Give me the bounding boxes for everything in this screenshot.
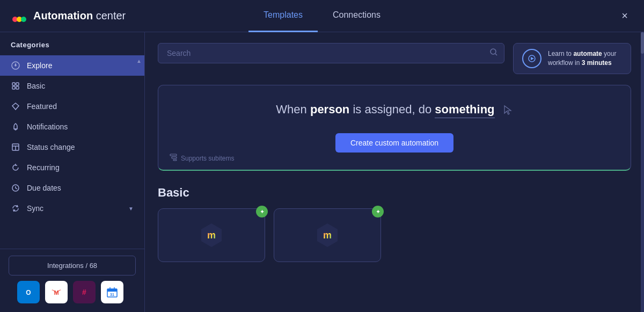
right-scrollbar-thumb [641, 32, 644, 54]
automation-sentence: When person is assigned, do something [276, 103, 513, 118]
bell-icon [11, 122, 20, 132]
sidebar-item-featured[interactable]: Featured [0, 96, 144, 117]
svg-rect-7 [12, 86, 15, 89]
refresh-icon [11, 163, 20, 172]
sidebar-bottom: Integrations / 68 O M [0, 249, 144, 312]
categories-label: Categories [0, 41, 144, 55]
supports-subitems: Supports subitems [169, 153, 234, 163]
card-badge-1: ✦ [256, 206, 268, 217]
search-input[interactable] [158, 43, 504, 63]
main-content: Learn to automate yourworkflow in 3 minu… [145, 32, 644, 312]
card-logo-hex-2: m [316, 223, 339, 247]
sync-icon [11, 204, 20, 213]
monday-logo-1: m [207, 230, 216, 241]
svg-marker-9 [12, 103, 19, 110]
sidebar-item-sync-label: Sync [27, 204, 122, 213]
learn-card-text: Learn to automate yourworkflow in 3 minu… [548, 49, 616, 68]
basic-section: Basic ✦ m ✦ m [158, 186, 631, 262]
svg-rect-22 [107, 289, 117, 292]
table-icon [11, 142, 20, 152]
scroll-indicator-top: ▲ [137, 55, 141, 66]
svg-rect-31 [170, 154, 177, 156]
template-card-1[interactable]: ✦ m [158, 208, 265, 262]
sidebar-item-status-change-label: Status change [27, 143, 134, 151]
sidebar-item-notifications[interactable]: Notifications [0, 117, 144, 137]
slack-integration-icon[interactable]: # [73, 281, 96, 303]
body: Categories ▲ Explore [0, 32, 644, 312]
sidebar-item-notifications-label: Notifications [27, 122, 134, 131]
tab-templates[interactable]: Templates [248, 0, 318, 32]
svg-text:O: O [26, 289, 31, 296]
tab-connections[interactable]: Connections [318, 0, 396, 32]
sidebar-item-basic-label: Basic [27, 82, 134, 90]
template-card-2[interactable]: ✦ m [274, 208, 381, 262]
svg-rect-32 [172, 157, 177, 158]
basic-section-title: Basic [158, 186, 631, 200]
sidebar-item-due-dates[interactable]: Due dates [0, 178, 144, 198]
learn-card[interactable]: Learn to automate yourworkflow in 3 minu… [513, 43, 631, 74]
custom-automation-card: When person is assigned, do something Cr… [158, 85, 631, 171]
integration-icons-row: O M # [9, 275, 136, 306]
chevron-down-icon: ▼ [128, 206, 134, 212]
svg-marker-30 [504, 106, 511, 114]
grid-icon [11, 81, 20, 91]
search-icon [489, 48, 498, 59]
svg-point-2 [21, 17, 26, 22]
app-title: Automation center [33, 10, 126, 22]
monday-logo-2: m [323, 230, 332, 241]
outlook-integration-icon[interactable]: O [17, 281, 40, 303]
sidebar-item-due-dates-label: Due dates [27, 184, 134, 192]
svg-point-26 [491, 49, 496, 54]
svg-rect-6 [16, 83, 19, 85]
svg-rect-5 [12, 83, 15, 85]
svg-line-27 [495, 54, 497, 55]
svg-marker-29 [531, 57, 534, 60]
sidebar-scroll: ▲ Explore [0, 55, 144, 249]
header-tabs: Templates Connections [248, 0, 396, 32]
diamond-icon [11, 101, 20, 111]
gcal-integration-icon[interactable]: 31 [101, 281, 123, 303]
compass-icon [11, 61, 20, 70]
card-logo-hex-1: m [200, 223, 223, 247]
clock-icon [11, 183, 20, 193]
svg-text:31: 31 [110, 293, 114, 296]
svg-text:#: # [82, 288, 86, 296]
create-custom-automation-button[interactable]: Create custom automation [335, 133, 453, 153]
sidebar-item-explore-label: Explore [27, 61, 134, 70]
header: Automation center Templates Connections … [0, 0, 644, 32]
integrations-button[interactable]: Integrations / 68 [9, 256, 136, 275]
svg-marker-4 [14, 63, 17, 67]
svg-rect-33 [173, 159, 177, 161]
sidebar-item-basic[interactable]: Basic [0, 76, 144, 96]
monday-logo-icon [11, 8, 28, 25]
close-button[interactable]: × [616, 8, 633, 25]
right-scrollbar[interactable] [641, 32, 644, 312]
sidebar-item-recurring[interactable]: Recurring [0, 157, 144, 178]
svg-text:M: M [54, 289, 58, 296]
logo-area: Automation center [11, 8, 126, 25]
subitems-icon [169, 153, 178, 163]
svg-rect-8 [16, 86, 19, 89]
play-button-icon [522, 49, 541, 68]
subitems-label: Supports subitems [181, 155, 234, 162]
sidebar-item-featured-label: Featured [27, 102, 134, 111]
cursor-icon [502, 105, 513, 115]
sidebar: Categories ▲ Explore [0, 32, 145, 312]
sidebar-item-explore[interactable]: Explore [0, 55, 144, 76]
basic-cards-row: ✦ m ✦ m [158, 208, 631, 262]
gmail-integration-icon[interactable]: M [45, 281, 68, 303]
top-bar: Learn to automate yourworkflow in 3 minu… [158, 43, 631, 74]
sidebar-item-recurring-label: Recurring [27, 163, 134, 172]
card-badge-2: ✦ [372, 206, 384, 217]
sidebar-item-status-change[interactable]: Status change [0, 137, 144, 157]
sidebar-item-sync[interactable]: Sync ▼ [0, 198, 144, 219]
search-box [158, 43, 504, 63]
